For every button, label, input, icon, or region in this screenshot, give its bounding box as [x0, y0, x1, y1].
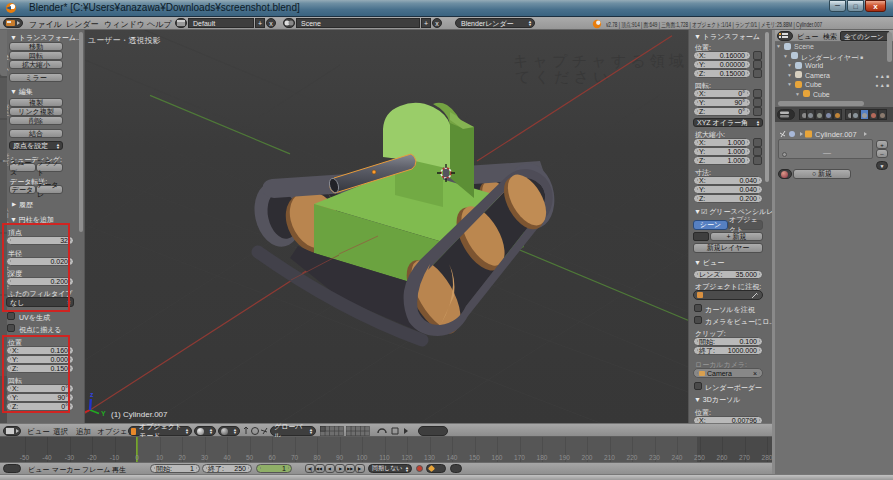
- svg-text:てください: てください: [515, 68, 613, 85]
- svg-text:ユーザー・透視投影: ユーザー・透視投影: [88, 36, 160, 45]
- svg-text:Cylinder.007: Cylinder.007: [815, 130, 857, 139]
- svg-text:Y: Y: [101, 410, 106, 417]
- svg-text:(1) Cylinder.007: (1) Cylinder.007: [111, 410, 168, 419]
- svg-text:z: z: [90, 391, 94, 398]
